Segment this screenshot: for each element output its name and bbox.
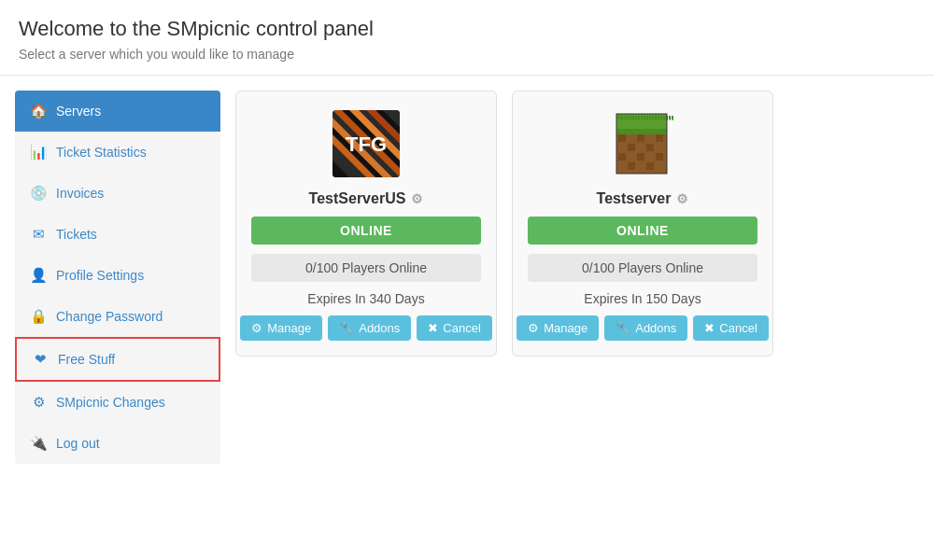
sidebar-label-smpicnic-changes: SMpicnic Changes [56,395,165,410]
addons-button-2[interactable]: 🔧 Addons [604,315,687,341]
sidebar-label-profile-settings: Profile Settings [56,268,144,283]
sidebar-item-change-password[interactable]: 🔒 Change Password [15,296,220,337]
sidebar-label-log-out: Log out [56,436,100,451]
sidebar-label-servers: Servers [56,104,101,119]
cancel-button-1[interactable]: ✖ Cancel [417,315,491,341]
sidebar-item-invoices[interactable]: 💿 Invoices [15,173,220,214]
server-image-2 [609,110,676,177]
home-icon: 🏠 [30,103,47,119]
sidebar-item-ticket-statistics[interactable]: 📊 Ticket Statistics [15,132,220,173]
addons-icon-2: 🔧 [616,321,630,335]
sidebar-label-change-password: Change Password [56,309,163,324]
logout-icon: 🔌 [30,435,47,452]
cancel-icon-2: ✖ [704,321,715,335]
heart-icon: ❤ [32,351,49,368]
addons-icon-1: 🔧 [339,321,354,335]
server-name-1: TestServerUS ⚙ [309,190,424,207]
disc-icon: 💿 [30,185,47,202]
sidebar-item-tickets[interactable]: ✉ Tickets [15,214,220,255]
lock-icon: 🔒 [30,308,47,325]
cancel-button-2[interactable]: ✖ Cancel [693,315,768,341]
sidebar-item-profile-settings[interactable]: 👤 Profile Settings [15,255,220,296]
user-icon: 👤 [30,267,47,284]
server-name-2: Testserver ⚙ [597,190,689,207]
server-expiry-2: Expires In 150 Days [584,291,700,306]
header: Welcome to the SMpicnic control panel Se… [0,0,934,76]
gear-icon: ⚙ [30,394,47,411]
sidebar-item-log-out[interactable]: 🔌 Log out [15,423,220,464]
server-actions-1: ⚙ Manage 🔧 Addons ✖ Cancel [251,315,481,341]
server-players-2: 0/100 Players Online [528,254,757,282]
main-layout: 🏠 Servers 📊 Ticket Statistics 💿 Invoices… [0,76,934,479]
sidebar: 🏠 Servers 📊 Ticket Statistics 💿 Invoices… [15,91,220,464]
manage-icon-2: ⚙ [528,321,539,335]
sidebar-label-ticket-statistics: Ticket Statistics [56,145,147,160]
addons-button-1[interactable]: 🔧 Addons [328,315,411,341]
sidebar-label-invoices: Invoices [56,186,104,201]
sidebar-item-free-stuff[interactable]: ❤ Free Stuff [15,337,220,382]
page-title: Welcome to the SMpicnic control panel [19,17,915,41]
manage-button-1[interactable]: ⚙ Manage [240,315,322,341]
manage-button-2[interactable]: ⚙ Manage [517,315,599,341]
server-status-2: ONLINE [528,217,757,245]
chart-icon: 📊 [30,144,47,161]
cards-container: TestServerUS ⚙ ONLINE 0/100 Players Onli… [235,91,919,357]
manage-icon-1: ⚙ [251,321,262,335]
mail-icon: ✉ [30,226,47,243]
sidebar-label-tickets: Tickets [56,227,97,242]
server-card-2: Testserver ⚙ ONLINE 0/100 Players Online… [512,91,773,357]
server-status-1: ONLINE [251,217,481,245]
sidebar-label-free-stuff: Free Stuff [58,352,115,367]
server-settings-icon-1[interactable]: ⚙ [411,191,423,206]
server-image-1 [333,110,400,177]
sidebar-item-servers[interactable]: 🏠 Servers [15,91,220,132]
server-expiry-1: Expires In 340 Days [307,291,424,306]
server-actions-2: ⚙ Manage 🔧 Addons ✖ Cancel [528,315,757,341]
server-players-1: 0/100 Players Online [251,254,481,282]
server-settings-icon-2[interactable]: ⚙ [676,191,688,206]
sidebar-item-smpicnic-changes[interactable]: ⚙ SMpicnic Changes [15,382,220,423]
server-card-1: TestServerUS ⚙ ONLINE 0/100 Players Onli… [235,91,497,357]
page-subtitle: Select a server which you would like to … [19,47,915,62]
cancel-icon-1: ✖ [428,321,438,335]
